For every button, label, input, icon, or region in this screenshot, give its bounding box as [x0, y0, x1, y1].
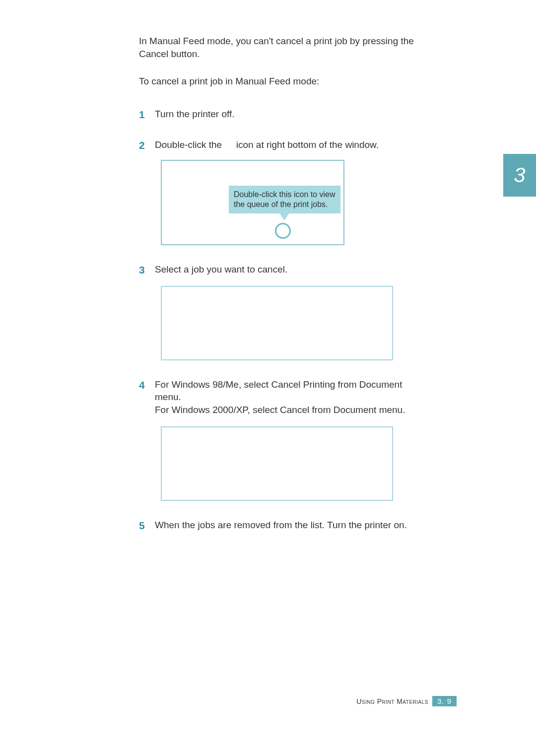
step-3: Select a job you want to cancel. — [139, 263, 417, 360]
cancel-button-label: Cancel — [139, 49, 168, 59]
step-5: When the jobs are removed from the list.… — [139, 519, 417, 532]
step-5-text: When the jobs are removed from the list.… — [155, 520, 407, 530]
callout-tail-icon — [278, 211, 290, 220]
step-4-line1-pre: For Windows 98/Me, select — [155, 379, 271, 390]
cancel-printing-menu-item: Cancel Printing — [271, 379, 335, 390]
footer: Using Print Materials 3. 9 — [356, 696, 457, 706]
step-2: Double-click the icon at right bottom of… — [139, 138, 417, 246]
document-menu-label-1: Document — [359, 379, 402, 390]
footer-page-number: 3. 9 — [432, 696, 457, 706]
cancel-menu-item: Cancel — [280, 405, 309, 415]
step-1: Turn the printer off. — [139, 108, 417, 121]
step-4-line2-pre: For Windows 2000/XP, select — [155, 405, 280, 415]
lead-in-text: To cancel a print job in Manual Feed mod… — [139, 75, 417, 88]
step-4-line2-mid: from — [309, 405, 334, 415]
step-1-text: Turn the printer off. — [155, 109, 235, 119]
manual-page: 3 In Manual Feed mode, you can't cancel … — [0, 0, 536, 756]
step-4-line1-post: menu. — [155, 392, 181, 402]
footer-section-title: Using Print Materials — [356, 697, 428, 705]
intro-post: button. — [168, 49, 200, 59]
system-tray-figure: Double-click this icon to view the queue… — [155, 160, 417, 245]
step-4: For Windows 98/Me, select Cancel Printin… — [139, 378, 417, 501]
step-3-text: Select a job you want to cancel. — [155, 264, 287, 275]
queue-window-screenshot — [161, 286, 393, 360]
step-2-post: icon at right bottom of the window. — [236, 139, 379, 150]
content-block: In Manual Feed mode, you can't cancel a … — [139, 35, 417, 549]
intro-pre: In Manual Feed mode, you can't cancel a … — [139, 36, 414, 46]
step-4-line1-mid: from — [335, 379, 359, 390]
intro-paragraph: In Manual Feed mode, you can't cancel a … — [139, 35, 417, 60]
callout-bubble: Double-click this icon to view the queue… — [229, 186, 340, 213]
step-4-line2-post: menu. — [376, 405, 405, 415]
steps-list: Turn the printer off. Double-click the i… — [139, 108, 417, 531]
system-tray-box: Double-click this icon to view the queue… — [161, 160, 344, 245]
target-circle-icon — [275, 223, 291, 239]
chapter-tab: 3 — [503, 154, 536, 197]
step-2-pre: Double-click the — [155, 139, 224, 150]
document-menu-label-2: Document — [334, 405, 377, 415]
menu-screenshot — [161, 426, 393, 501]
